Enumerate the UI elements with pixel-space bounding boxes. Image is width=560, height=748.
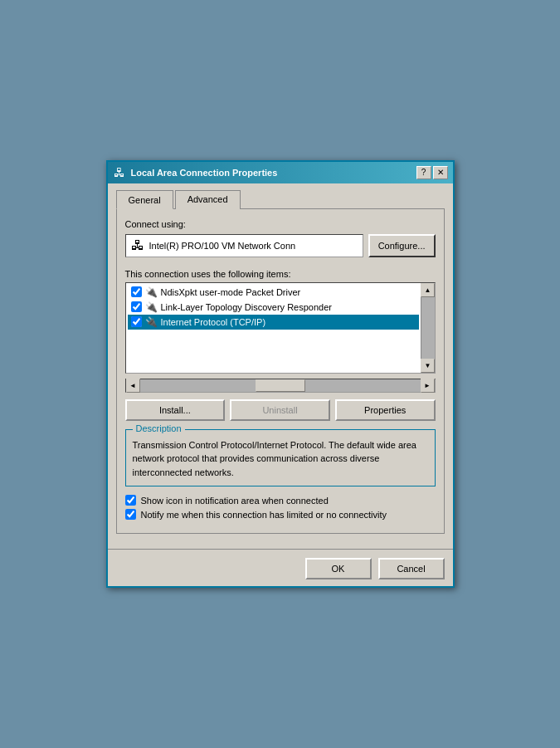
scroll-track[interactable] (421, 297, 435, 359)
dialog-body: General Advanced Connect using: 🖧 Intel(… (108, 183, 453, 543)
notify-label: Notify me when this connection has limit… (141, 510, 387, 520)
items-label: This connection uses the following items… (125, 269, 436, 279)
tab-general[interactable]: General (116, 190, 173, 209)
cancel-button[interactable]: Cancel (378, 558, 445, 579)
horizontal-scrollbar[interactable]: ◄ ► (125, 379, 436, 393)
adapter-row: 🖧 Intel(R) PRO/100 VM Network Conn Confi… (125, 234, 436, 257)
tab-content: Connect using: 🖧 Intel(R) PRO/100 VM Net… (116, 208, 445, 535)
adapter-icon: 🖧 (131, 238, 144, 253)
notify-connectivity-row: Notify me when this connection has limit… (125, 509, 436, 520)
network-icon: 🖧 (113, 166, 126, 179)
item1-label: NdisXpkt user-mode Packet Driver (161, 287, 301, 297)
show-icon-row: Show icon in notification area when conn… (125, 495, 436, 506)
configure-button[interactable]: Configure... (368, 234, 436, 257)
item3-icon: 🔌 (145, 316, 158, 328)
items-list-container: 🔌 NdisXpkt user-mode Packet Driver 🔌 Lin… (125, 282, 436, 374)
list-item-selected[interactable]: 🔌 Internet Protocol (TCP/IP) (128, 315, 419, 330)
item2-checkbox[interactable] (131, 301, 142, 312)
scroll-left-arrow[interactable]: ◄ (126, 379, 140, 393)
item1-checkbox[interactable] (131, 286, 142, 297)
install-button[interactable]: Install... (125, 399, 226, 421)
connect-using-label: Connect using: (125, 219, 436, 229)
title-bar-left: 🖧 Local Area Connection Properties (113, 166, 278, 179)
properties-button[interactable]: Properties (335, 399, 436, 421)
h-scroll-track[interactable] (140, 379, 421, 392)
tab-advanced[interactable]: Advanced (175, 190, 241, 209)
action-buttons: Install... Uninstall Properties (125, 399, 436, 421)
bottom-buttons: OK Cancel (108, 549, 453, 586)
items-list: 🔌 NdisXpkt user-mode Packet Driver 🔌 Lin… (126, 283, 421, 373)
adapter-name: Intel(R) PRO/100 VM Network Conn (149, 241, 296, 251)
vertical-scrollbar[interactable]: ▲ ▼ (421, 283, 435, 373)
scroll-up-arrow[interactable]: ▲ (421, 283, 435, 297)
item3-checkbox[interactable] (131, 316, 142, 327)
h-scroll-thumb[interactable] (256, 379, 305, 392)
item2-label: Link-Layer Topology Discovery Responder (161, 302, 332, 312)
description-legend: Description (133, 423, 185, 433)
title-buttons: ? ✕ (416, 166, 448, 179)
list-item[interactable]: 🔌 NdisXpkt user-mode Packet Driver (128, 285, 419, 300)
item3-label: Internet Protocol (TCP/IP) (161, 317, 266, 327)
dialog-title: Local Area Connection Properties (131, 168, 278, 178)
item1-icon: 🔌 (145, 286, 158, 298)
ok-button[interactable]: OK (305, 558, 372, 579)
title-bar: 🖧 Local Area Connection Properties ? ✕ (108, 162, 453, 183)
help-button[interactable]: ? (416, 166, 431, 179)
description-text: Transmission Control Protocol/Internet P… (133, 438, 428, 480)
description-group: Description Transmission Control Protoco… (125, 429, 436, 487)
show-icon-label: Show icon in notification area when conn… (141, 496, 329, 506)
close-button[interactable]: ✕ (433, 166, 448, 179)
notify-checkbox[interactable] (125, 509, 136, 520)
show-icon-checkbox[interactable] (125, 495, 136, 506)
item2-icon: 🔌 (145, 301, 158, 313)
dialog-window: 🖧 Local Area Connection Properties ? ✕ G… (106, 160, 455, 589)
scroll-right-arrow[interactable]: ► (421, 379, 435, 393)
tabs-container: General Advanced (116, 190, 445, 209)
adapter-box: 🖧 Intel(R) PRO/100 VM Network Conn (125, 234, 363, 257)
list-item[interactable]: 🔌 Link-Layer Topology Discovery Responde… (128, 300, 419, 315)
uninstall-button[interactable]: Uninstall (230, 399, 330, 421)
scroll-down-arrow[interactable]: ▼ (421, 359, 435, 373)
